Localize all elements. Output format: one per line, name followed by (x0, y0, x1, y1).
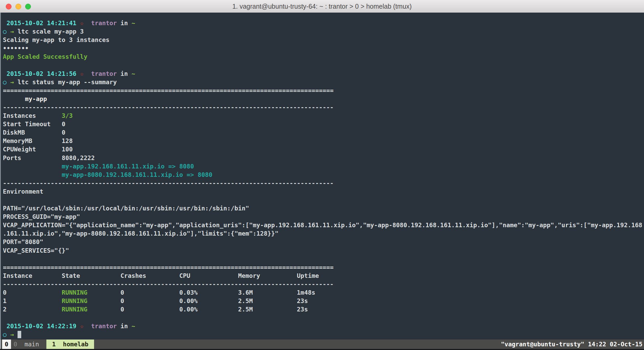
terminal-line: VCAP_APPLICATION="{"application_name":"m… (3, 221, 642, 229)
zoom-button[interactable] (25, 4, 31, 9)
terminal-line: 0 RUNNING 0 0.03% 3.6M 1m48s (3, 288, 642, 297)
terminal-line: Scaling my-app to 3 instances (3, 36, 642, 44)
terminal[interactable]: 2015-10-02 14:21:41 ☆ trantor in ~○ → lt… (0, 13, 644, 340)
terminal-line: 2015-10-02 14:21:41 ☆ trantor in ~ (3, 19, 642, 27)
terminal-line: ○ → ltc scale my-app 3 (3, 27, 642, 36)
minimize-button[interactable] (15, 4, 21, 9)
terminal-line: Ports 8080,2222 (3, 154, 642, 162)
terminal-line: ○ → (3, 330, 642, 339)
terminal-line: Instances 3/3 (3, 112, 642, 120)
terminal-line: VCAP_SERVICES="{}" (3, 246, 642, 255)
statusbar-right: "vagrant@ubuntu-trusty" 14:22 02-Oct-15 (501, 341, 642, 348)
terminal-line (3, 61, 642, 69)
terminal-line: ========================================… (3, 86, 642, 95)
traffic-lights (6, 4, 31, 9)
terminal-line: PORT="8080" (3, 238, 642, 246)
terminal-content: 2015-10-02 14:21:41 ☆ trantor in ~○ → lt… (1, 13, 644, 339)
terminal-line: ----------------------------------------… (3, 280, 642, 288)
terminal-line (3, 255, 642, 263)
window-bottom-edge (0, 349, 644, 350)
terminal-line: PROCESS_GUID="my-app" (3, 213, 642, 221)
terminal-line: .161.11.xip.io","my-app-8080.192.168.161… (3, 229, 642, 238)
terminal-cursor (18, 331, 21, 338)
terminal-line: ----------------------------------------… (3, 179, 642, 187)
window-title: 1. vagrant@ubuntu-trusty-64: ~ : trantor… (232, 3, 412, 10)
session-indicator[interactable]: 0 (2, 340, 11, 349)
terminal-line: Instance State Crashes CPU Memory Uptime (3, 272, 642, 280)
titlebar: 1. vagrant@ubuntu-trusty-64: ~ : trantor… (0, 0, 644, 13)
terminal-line: my-app (3, 95, 642, 103)
terminal-line: ○ → ltc status my-app --summary (3, 78, 642, 86)
terminal-line: ----------------------------------------… (3, 103, 642, 112)
terminal-line: my-app.192.168.161.11.xip.io => 8080 (3, 162, 642, 171)
close-button[interactable] (6, 4, 12, 9)
terminal-line (3, 196, 642, 204)
terminal-line: 1 RUNNING 0 0.00% 2.5M 23s (3, 297, 642, 305)
terminal-line: ========================================… (3, 263, 642, 272)
terminal-line: 2015-10-02 14:21:56 ☆ trantor in ~ (3, 70, 642, 78)
tmux-statusbar: 0 0 main1 homelab "vagrant@ubuntu-trusty… (0, 340, 644, 349)
terminal-line: 2 RUNNING 0 0.00% 2.5M 23s (3, 305, 642, 314)
terminal-window: 1. vagrant@ubuntu-trusty-64: ~ : trantor… (0, 0, 644, 350)
window-tab-main[interactable]: 0 main (14, 340, 39, 349)
window-list: 0 main1 homelab (11, 340, 94, 349)
terminal-line (3, 314, 642, 322)
terminal-line: Environment (3, 187, 642, 196)
terminal-line: 2015-10-02 14:22:19 ☆ trantor in ~ (3, 322, 642, 330)
terminal-line: DiskMB 0 (3, 128, 642, 137)
terminal-line: CPUWeight 100 (3, 145, 642, 153)
terminal-line: App Scaled Successfully (3, 52, 642, 61)
terminal-line: ••••••• (3, 44, 642, 52)
terminal-line: MemoryMB 128 (3, 137, 642, 145)
terminal-line: PATH="/usr/local/sbin:/usr/local/bin:/us… (3, 204, 642, 213)
terminal-line: Start Timeout 0 (3, 120, 642, 128)
window-tab-homelab[interactable]: 1 homelab (46, 340, 94, 349)
terminal-line: my-app-8080.192.168.161.11.xip.io => 808… (3, 171, 642, 179)
